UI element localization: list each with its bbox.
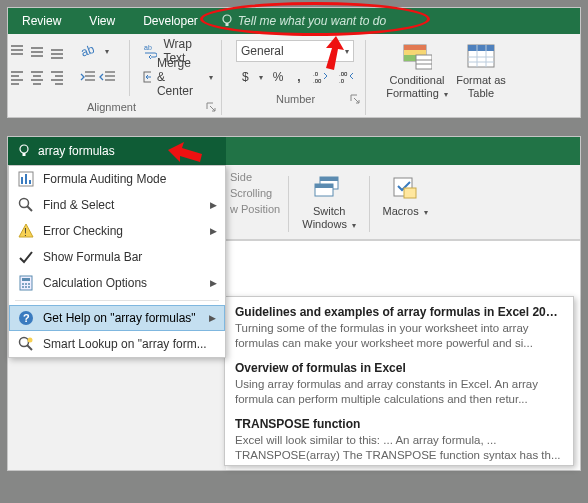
align-h-row[interactable]: [5, 66, 67, 88]
menu-item-label: Formula Auditing Mode: [43, 172, 217, 186]
submenu-arrow-icon: ▶: [210, 226, 217, 236]
tab-view[interactable]: View: [75, 8, 129, 34]
menu-item-label: Get Help on "array formulas": [43, 311, 201, 325]
align-top-row[interactable]: [5, 40, 67, 62]
view-side-by-side[interactable]: Side: [230, 171, 252, 183]
switch-windows-button[interactable]: Switch Windows ▾: [297, 171, 361, 237]
svg-rect-46: [468, 45, 494, 51]
menu-calculation-options[interactable]: Calculation Options ▶: [9, 270, 225, 296]
sync-scrolling[interactable]: Scrolling: [230, 187, 272, 199]
svg-line-77: [27, 345, 32, 350]
macros-label: Macros: [383, 205, 419, 217]
help-title: Guidelines and examples of array formula…: [235, 305, 563, 319]
search-row: array formulas: [8, 137, 580, 165]
menu-item-label: Calculation Options: [43, 276, 202, 290]
format-as-table-label: Format as Table: [456, 74, 506, 99]
orientation-button[interactable]: ab ▾: [75, 40, 121, 62]
tab-developer[interactable]: Developer: [129, 8, 212, 34]
tell-me-placeholder: Tell me what you want to do: [238, 14, 386, 28]
help-result[interactable]: Overview of formulas in Excel Using arra…: [225, 355, 573, 411]
merge-center-button[interactable]: Merge & Center ▾: [138, 66, 218, 88]
conditional-formatting-label: Conditional Formatting: [386, 74, 444, 99]
percent-button[interactable]: %: [269, 70, 288, 84]
menu-get-help[interactable]: ? Get Help on "array formulas" ▶: [9, 305, 225, 331]
number-buttons: $▾ % , .0.00 .00.0: [236, 66, 355, 88]
svg-point-53: [20, 145, 28, 153]
indent-buttons[interactable]: [75, 66, 121, 88]
alignment-dialog-launcher[interactable]: [205, 101, 217, 113]
macros-icon: [390, 173, 420, 203]
svg-rect-54: [23, 153, 26, 156]
macros-button[interactable]: Macros ▾: [378, 171, 432, 237]
tellme-menu: Formula Auditing Mode Find & Select ▶ ! …: [8, 165, 226, 358]
svg-text:!: !: [24, 227, 27, 238]
menu-item-label: Error Checking: [43, 224, 202, 238]
number-dialog-launcher[interactable]: [349, 93, 361, 105]
help-desc: Using array formulas and array constants…: [235, 377, 563, 407]
number-format-dropdown[interactable]: General ▾: [236, 40, 354, 62]
svg-text:.00: .00: [313, 78, 322, 84]
error-checking-icon: !: [17, 222, 35, 240]
menu-item-label: Find & Select: [43, 198, 202, 212]
tell-me-box[interactable]: Tell me what you want to do: [212, 8, 404, 34]
svg-point-72: [25, 286, 27, 288]
svg-point-69: [25, 283, 27, 285]
group-number: General ▾ $▾ % , .0.00 .00.0 Number: [236, 40, 366, 115]
svg-point-78: [28, 338, 33, 343]
svg-point-1: [223, 15, 231, 23]
search-value: array formulas: [38, 144, 115, 158]
conditional-formatting-button[interactable]: Conditional Formatting ▾: [380, 40, 454, 106]
menu-show-formula-bar[interactable]: Show Formula Bar: [9, 244, 225, 270]
merge-center-label: Merge & Center: [157, 56, 201, 98]
menu-smart-lookup[interactable]: Smart Lookup on "array form...: [9, 331, 225, 357]
svg-text:ab: ab: [144, 44, 152, 51]
menu-formula-auditing[interactable]: Formula Auditing Mode: [9, 166, 225, 192]
submenu-arrow-icon: ▶: [210, 278, 217, 288]
reset-window-position[interactable]: w Position: [230, 203, 280, 215]
switch-windows-label: Switch Windows: [302, 205, 347, 230]
svg-point-68: [22, 283, 24, 285]
tab-review[interactable]: Review: [8, 8, 75, 34]
decrease-decimal-button[interactable]: .00.0: [337, 70, 357, 84]
help-result[interactable]: Guidelines and examples of array formula…: [225, 299, 573, 355]
svg-point-70: [28, 283, 30, 285]
calculation-icon: [17, 274, 35, 292]
search-box[interactable]: array formulas: [8, 137, 226, 165]
menu-error-checking[interactable]: ! Error Checking ▶: [9, 218, 225, 244]
svg-text:?: ?: [23, 312, 30, 324]
svg-line-63: [27, 206, 32, 211]
comma-button[interactable]: ,: [293, 70, 304, 84]
menu-item-label: Smart Lookup on "array form...: [43, 337, 217, 351]
menu-item-label: Show Formula Bar: [43, 250, 217, 264]
svg-rect-42: [416, 55, 432, 69]
help-desc: Turning some of the formulas in your wor…: [235, 321, 563, 351]
help-icon: ?: [17, 309, 35, 327]
svg-point-71: [22, 286, 24, 288]
switch-windows-icon: [314, 173, 344, 203]
help-title: TRANSPOSE function: [235, 417, 563, 431]
format-as-table-icon: [466, 42, 496, 72]
svg-rect-56: [320, 177, 338, 181]
menu-find-select[interactable]: Find & Select ▶: [9, 192, 225, 218]
help-submenu: Guidelines and examples of array formula…: [224, 296, 574, 466]
find-icon: [17, 196, 35, 214]
group-alignment: ab ▾ ab: [12, 40, 222, 115]
ribbon-tabs: Review View Developer Tell me what you w…: [8, 8, 580, 34]
increase-decimal-button[interactable]: .0.00: [311, 70, 331, 84]
format-as-table-button[interactable]: Format as Table: [454, 40, 508, 106]
submenu-arrow-icon: ▶: [210, 200, 217, 210]
help-result[interactable]: TRANSPOSE function Excel will look simil…: [225, 411, 573, 466]
svg-rect-58: [315, 184, 333, 188]
group-label-number: Number: [276, 93, 315, 105]
svg-rect-67: [22, 278, 30, 281]
svg-point-73: [28, 286, 30, 288]
submenu-arrow-icon: ▶: [209, 313, 216, 323]
svg-rect-40: [404, 50, 426, 55]
menu-separator: [15, 300, 219, 301]
currency-button[interactable]: $: [240, 70, 251, 84]
smart-lookup-icon: [17, 335, 35, 353]
number-format-value: General: [241, 44, 284, 58]
svg-text:.0: .0: [313, 71, 319, 77]
svg-text:.00: .00: [339, 71, 348, 77]
group-label-alignment: Alignment: [87, 101, 136, 113]
